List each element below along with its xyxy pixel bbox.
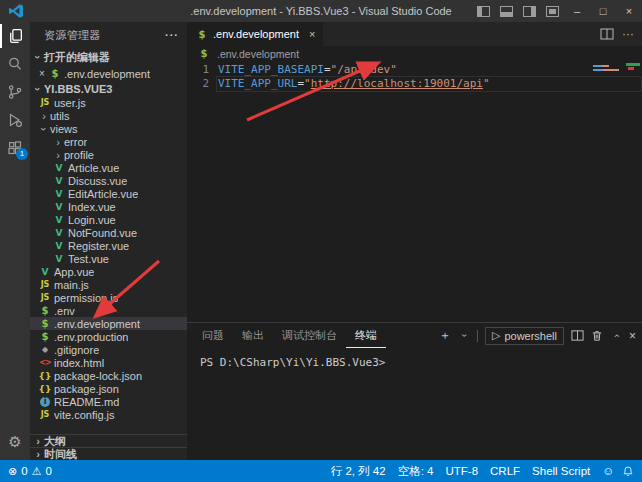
env-icon: $ [195,29,209,40]
project-section[interactable]: › YI.BBS.VUE3 [30,81,187,96]
open-editor-item[interactable]: × $ .env.development [30,66,187,81]
tree-item-.env.development[interactable]: $.env.development [30,317,187,330]
bottom-panel: 问题输出调试控制台终端 ＋ › ▷ powershell › × PS D:\C… [187,322,642,460]
open-editors-section[interactable]: › 打开的编辑器 [30,48,187,66]
status-item-4[interactable]: Shell Script [532,465,590,477]
tab-env-development[interactable]: $ .env.development × [187,22,323,46]
tab-label: .env.development [213,28,299,40]
more-actions-icon[interactable]: ··· [622,27,634,41]
tree-item-NotFound.vue[interactable]: VNotFound.vue [30,226,187,239]
tree-item-.gitignore[interactable]: ◆.gitignore [30,343,187,356]
panel-tabs: 问题输出调试控制台终端 [193,323,386,348]
tree-item-Index.vue[interactable]: VIndex.vue [30,200,187,213]
breadcrumb[interactable]: $ .env.development [187,46,642,61]
tree-item-index.html[interactable]: <>index.html [30,356,187,369]
tree-item-README.md[interactable]: iREADME.md [30,395,187,408]
vue-icon: V [52,241,66,251]
explorer-icon[interactable] [0,22,30,50]
terminal-prompt: PS D:\CSharp\Yi\Yi.BBS.Vue3> [200,356,385,369]
tree-item-profile[interactable]: ›profile [30,148,187,161]
tree-item-user.js[interactable]: JSuser.js [30,96,187,109]
file-name: index.html [54,357,104,369]
tree-item-permission.js[interactable]: JSpermission.js [30,291,187,304]
tree-item-vite.config.js[interactable]: JSvite.config.js [30,408,187,421]
split-editor-icon[interactable] [600,27,614,41]
run-debug-icon[interactable] [0,106,30,134]
tree-item-main.js[interactable]: JSmain.js [30,278,187,291]
chevron-collapsed-icon: › [32,448,44,460]
more-actions-icon[interactable]: ··· [165,29,179,41]
close-tab-icon[interactable]: × [309,28,315,40]
tree-item-utils[interactable]: ›utils [30,109,187,122]
tree-item-Register.vue[interactable]: VRegister.vue [30,239,187,252]
source-control-icon[interactable] [0,78,30,106]
code-line-2[interactable]: 2VITE_APP_URL="http://localhost:19001/ap… [187,77,642,91]
split-terminal-icon[interactable] [571,329,584,342]
panel-tab-调试控制台[interactable]: 调试控制台 [273,323,346,348]
vue-icon: V [52,202,66,212]
file-name: permission.js [54,292,118,304]
tree-item-.env.production[interactable]: $.env.production [30,330,187,343]
code-editor[interactable]: 1VITE_APP_BASEAPI="/api-dev"2VITE_APP_UR… [187,61,642,322]
close-button[interactable]: × [616,0,642,22]
new-terminal-icon[interactable]: ＋ [439,327,451,344]
code-line-1[interactable]: 1VITE_APP_BASEAPI="/api-dev" [187,63,642,77]
tree-item-Discuss.vue[interactable]: VDiscuss.vue [30,174,187,187]
tree-item-Test.vue[interactable]: VTest.vue [30,252,187,265]
feedback-smiley-icon[interactable]: ☺ [602,465,614,477]
panel-tab-问题[interactable]: 问题 [193,323,233,348]
kill-terminal-icon[interactable] [591,329,603,342]
terminal-select[interactable]: ▷ powershell [485,327,564,345]
vscode-window: .env.development - Yi.BBS.Vue3 - Visual … [0,0,642,482]
maximize-button[interactable]: □ [590,0,616,22]
js-icon: JS [38,410,52,419]
tree-item-Login.vue[interactable]: VLogin.vue [30,213,187,226]
toggle-panel-icon[interactable] [500,6,513,17]
settings-gear-icon[interactable]: ⚙ [8,430,21,454]
code-area-lines: 1VITE_APP_BASEAPI="/api-dev"2VITE_APP_UR… [187,63,642,91]
extensions-icon[interactable]: 1 [0,134,30,162]
tree-item-error[interactable]: ›error [30,135,187,148]
outline-section[interactable]: › 大纲 [30,434,187,447]
panel-tab-bar: 问题输出调试控制台终端 ＋ › ▷ powershell › × [187,323,642,348]
problems-status[interactable]: ⊗ 0 ⚠ 0 [8,465,52,478]
minimap[interactable] [590,61,636,322]
file-name: .gitignore [54,344,99,356]
minimize-button[interactable]: – [564,0,590,22]
tree-item-.env[interactable]: $.env [30,304,187,317]
tree-item-package-lock.json[interactable]: {}package-lock.json [30,369,187,382]
status-item-0[interactable]: 行 2, 列 42 [331,464,386,479]
close-panel-icon[interactable]: × [629,329,636,343]
tree-item-Article.vue[interactable]: VArticle.vue [30,161,187,174]
file-name: NotFound.vue [68,227,137,239]
close-icon[interactable]: × [36,68,48,79]
status-item-3[interactable]: CRLF [490,465,520,477]
toggle-sidebar-icon[interactable] [477,6,490,17]
token-key: VITE_APP_URL [218,77,297,91]
panel-tab-终端[interactable]: 终端 [346,323,386,348]
status-item-1[interactable]: 空格: 4 [398,464,434,479]
status-item-2[interactable]: UTF-8 [445,465,478,477]
notifications-bell-icon[interactable] [622,465,634,478]
timeline-section[interactable]: › 时间线 [30,447,187,460]
file-name: views [50,123,78,135]
status-bar: ⊗ 0 ⚠ 0 行 2, 列 42空格: 4UTF-8CRLFShell Scr… [0,460,642,482]
toggle-secondary-sidebar-icon[interactable] [523,6,536,17]
chevron-expanded-icon: › [32,83,44,95]
vue-icon: V [38,267,52,277]
file-name: profile [64,149,94,161]
customize-layout-icon[interactable] [546,6,559,17]
maximize-panel-icon[interactable]: › [610,330,622,342]
tree-item-EditArticle.vue[interactable]: VEditArticle.vue [30,187,187,200]
file-name: package-lock.json [54,370,142,382]
terminal-output[interactable]: PS D:\CSharp\Yi\Yi.BBS.Vue3> [187,348,642,460]
search-icon[interactable] [0,50,30,78]
terminal-profile-dropdown-icon[interactable]: › [458,330,469,342]
tree-item-package.json[interactable]: {}package.json [30,382,187,395]
panel-tab-输出[interactable]: 输出 [233,323,273,348]
sidebar-title: 资源管理器 [44,28,101,43]
editor-group: $ .env.development × ··· $ .env.developm… [187,22,642,460]
tree-item-App.vue[interactable]: VApp.vue [30,265,187,278]
panel-actions: ＋ › ▷ powershell › × [439,327,636,345]
tree-item-views[interactable]: ›views [30,122,187,135]
